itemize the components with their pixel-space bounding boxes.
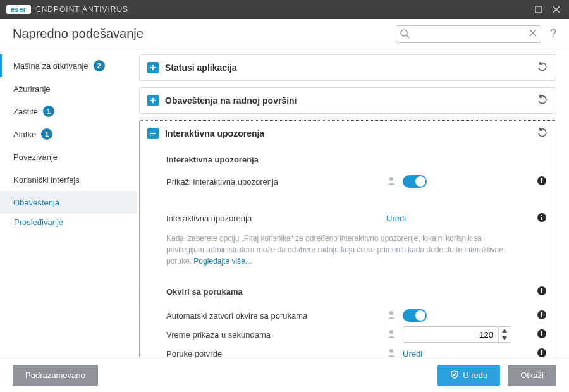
edit-alerts-link[interactable]: Uredi: [386, 214, 406, 223]
row-display-time: Vreme prikaza u sekundama: [166, 325, 547, 344]
info-icon[interactable]: [537, 286, 547, 298]
row-show-interactive-alerts: Prikaži interaktivna upozorenja: [166, 172, 547, 191]
user-icon: [386, 310, 396, 322]
row-label: Prikaži interaktivna upozorenja: [166, 177, 381, 187]
page-title: Napredno podešavanje: [13, 27, 144, 41]
panel-body: Interaktivna upozorenja Prikaži interakt…: [140, 146, 556, 358]
svg-rect-10: [541, 290, 542, 293]
main-content: Statusi aplikacija Obaveštenja na radnoj…: [137, 49, 569, 358]
titlebar: eser ENDPOINT ANTIVIRUS: [0, 0, 569, 19]
panel-title: Interaktivna upozorenja: [165, 128, 530, 138]
panel-header[interactable]: Interaktivna upozorenja: [140, 121, 556, 146]
spin-up-icon[interactable]: [499, 327, 510, 334]
section-heading: Interaktivna upozorenja: [166, 155, 547, 164]
user-icon: [386, 329, 396, 341]
info-icon[interactable]: [537, 310, 547, 322]
clear-search-icon[interactable]: [529, 28, 537, 40]
row-label: Interaktivna upozorenja: [166, 214, 381, 223]
svg-point-13: [537, 310, 546, 319]
row-label: Automatski zatvori okvire sa porukama: [166, 311, 381, 321]
row-confirm-messages: Poruke potvrde Uredi: [166, 344, 547, 358]
sidebar-subitem-forwarding[interactable]: Prosleđivanje: [0, 214, 137, 230]
svg-point-17: [537, 329, 546, 338]
display-time-input-wrap: [403, 326, 510, 343]
sidebar-item-label: Ažuriranje: [13, 84, 51, 94]
info-icon[interactable]: [537, 212, 547, 224]
svg-point-21: [537, 348, 546, 357]
footer: Podrazumevano U redu Otkaži: [0, 358, 569, 392]
sidebar-item-label: Mašina za otkrivanje: [13, 61, 89, 71]
row-label: Poruke potvrde: [166, 349, 381, 358]
panel-title: Obaveštenja na radnoj površini: [165, 95, 530, 106]
cancel-button[interactable]: Otkaži: [508, 365, 556, 386]
toggle-show-alerts[interactable]: [403, 175, 427, 188]
panel-title: Statusi aplikacija: [165, 63, 530, 73]
sidebar-item-protections[interactable]: Zaštite 1: [0, 100, 137, 123]
svg-rect-22: [541, 352, 542, 355]
sidebar-item-label: Alatke: [13, 130, 36, 139]
sidebar-badge: 1: [41, 128, 52, 140]
undo-icon[interactable]: [537, 127, 548, 140]
expand-icon: [147, 62, 159, 73]
svg-rect-11: [541, 288, 542, 290]
user-icon: [386, 176, 396, 188]
search-icon: [400, 28, 410, 41]
hint-more-link[interactable]: Pogledajte više...: [193, 257, 251, 266]
row-label: Vreme prikaza u sekundama: [166, 330, 381, 340]
ok-button[interactable]: U redu: [437, 365, 500, 386]
window-maximize-icon[interactable]: [530, 1, 548, 18]
expand-icon: [147, 95, 159, 106]
panel-header[interactable]: Statusi aplikacija: [140, 55, 556, 80]
section-heading: Okviri sa porukama: [166, 287, 243, 297]
default-button[interactable]: Podrazumevano: [13, 365, 98, 386]
sidebar-badge: 2: [94, 60, 105, 71]
sidebar-item-connectivity[interactable]: Povezivanje: [0, 145, 137, 168]
info-icon[interactable]: [537, 348, 547, 358]
window-close-icon[interactable]: [548, 1, 565, 18]
sidebar: Mašina za otkrivanje 2 Ažuriranje Zaštit…: [0, 49, 137, 358]
svg-point-3: [537, 176, 546, 185]
help-button[interactable]: ?: [546, 27, 560, 40]
undo-icon[interactable]: [537, 94, 548, 107]
sidebar-item-label: Povezivanje: [13, 152, 58, 162]
panel-header[interactable]: Obaveštenja na radnoj površini: [140, 88, 556, 113]
edit-confirm-link[interactable]: Uredi: [403, 349, 422, 358]
spin-down-icon[interactable]: [499, 334, 510, 342]
info-icon[interactable]: [537, 329, 547, 341]
svg-point-9: [537, 286, 546, 295]
search-input[interactable]: [396, 25, 541, 43]
display-time-input[interactable]: [403, 327, 498, 342]
toggle-autoclose[interactable]: [403, 309, 427, 322]
panel-desktop-notifications: Obaveštenja na radnoj površini: [139, 87, 556, 114]
svg-point-16: [389, 330, 393, 334]
svg-rect-0: [535, 6, 542, 13]
svg-rect-19: [541, 331, 542, 333]
svg-rect-5: [541, 178, 542, 180]
shield-check-icon: [450, 370, 459, 381]
svg-rect-15: [541, 312, 542, 314]
hint-text: Kada izaberete opciju „Pitaj korisnika“ …: [166, 233, 520, 267]
svg-point-12: [389, 311, 393, 315]
svg-rect-8: [541, 215, 542, 216]
svg-rect-4: [541, 180, 542, 183]
search-box: [396, 25, 541, 43]
info-icon[interactable]: [537, 176, 547, 188]
row-autoclose: Automatski zatvori okvire sa porukama: [166, 306, 547, 325]
svg-rect-7: [541, 217, 542, 220]
sidebar-item-update[interactable]: Ažuriranje: [0, 77, 137, 100]
sidebar-item-detection-engine[interactable]: Mašina za otkrivanje 2: [0, 54, 137, 77]
sidebar-item-notifications[interactable]: Obaveštenja: [0, 191, 137, 214]
panel-app-statuses: Statusi aplikacija: [139, 54, 556, 81]
sidebar-subitem-label: Prosleđivanje: [14, 217, 63, 227]
sidebar-item-user-interface[interactable]: Korisnički interfejs: [0, 168, 137, 191]
sidebar-item-tools[interactable]: Alatke 1: [0, 123, 137, 145]
user-icon: [386, 348, 396, 358]
undo-icon[interactable]: [537, 61, 548, 75]
brand-product: ENDPOINT ANTIVIRUS: [36, 5, 128, 14]
sidebar-item-label: Zaštite: [13, 107, 38, 116]
panel-interactive-alerts: Interaktivna upozorenja Interaktivna upo…: [139, 120, 556, 358]
svg-point-1: [401, 30, 407, 36]
collapse-icon: [147, 128, 159, 139]
sidebar-item-label: Obaveštenja: [13, 198, 59, 207]
svg-point-2: [389, 177, 393, 181]
